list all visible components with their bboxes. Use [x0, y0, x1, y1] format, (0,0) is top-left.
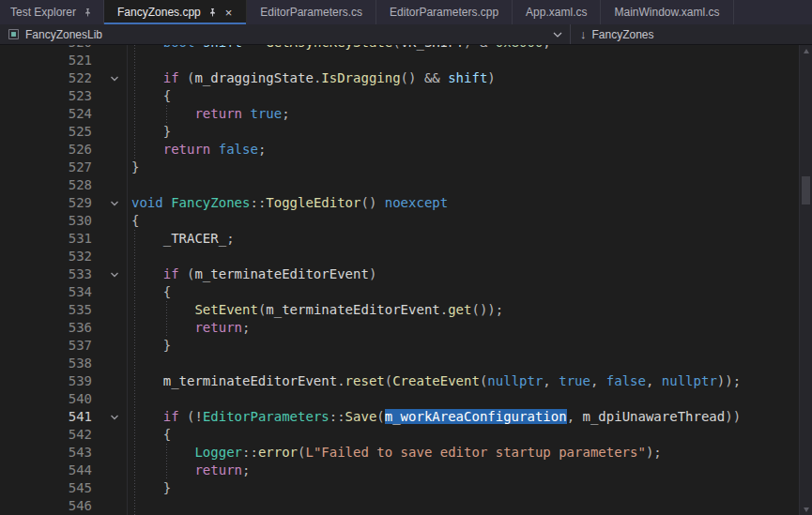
code-line-text[interactable] [127, 248, 812, 265]
token-v: VK_SHIFT [401, 45, 464, 50]
tab-editorparameters-cpp[interactable]: EditorParameters.cpp [376, 0, 513, 24]
fold-chevron-icon[interactable] [92, 194, 127, 212]
code-line-text[interactable]: { [127, 426, 812, 444]
fold-margin [92, 301, 127, 319]
fold-margin [92, 105, 127, 123]
token-pl: } [131, 480, 171, 495]
code-line-text[interactable]: return; [127, 319, 812, 337]
code-line-text[interactable]: } [127, 479, 812, 497]
code-line-text[interactable] [127, 52, 812, 69]
token-k: true [250, 106, 282, 121]
code-row: 539 m_terminateEditorEvent.reset(CreateE… [0, 372, 812, 390]
line-number: 544 [0, 462, 92, 479]
token-k: bool [163, 45, 195, 50]
code-line-text[interactable] [127, 355, 812, 372]
token-pl: ( [385, 373, 392, 388]
token-pl: ()); [471, 302, 503, 317]
fold-chevron-icon[interactable] [92, 408, 127, 426]
fold-margin [92, 176, 127, 194]
code-row: 522 if (m_draggingState.IsDragging() && … [0, 69, 812, 87]
tab-fancyzones-cpp[interactable]: FancyZones.cpp × [104, 0, 247, 24]
code-row: 546 [0, 497, 812, 515]
fold-margin [92, 462, 127, 479]
code-line-text[interactable]: if (m_terminateEditorEvent) [127, 265, 812, 283]
code-line-text[interactable]: } [127, 123, 812, 141]
code-line-text[interactable]: void FancyZones::ToggleEditor() noexcept [127, 194, 812, 212]
line-number: 526 [0, 141, 92, 159]
code-line-text[interactable]: _TRACER_; [127, 230, 812, 248]
line-number: 533 [0, 265, 92, 283]
code-line-text[interactable] [127, 497, 812, 515]
tab-test-explorer[interactable]: Test Explorer [0, 0, 104, 24]
token-c: return [194, 106, 242, 121]
token-pl [131, 106, 194, 121]
code-line-text[interactable] [127, 176, 812, 194]
code-line-text[interactable]: return; [127, 462, 812, 479]
scrollbar-thumb[interactable] [802, 176, 810, 204]
fold-margin [92, 52, 127, 69]
code-line-text[interactable]: { [127, 212, 812, 230]
token-k: nullptr [487, 373, 543, 388]
token-pl: )); [717, 373, 741, 388]
code-line-text[interactable]: if (m_draggingState.IsDragging() && shif… [127, 69, 812, 87]
scrollbar-down-arrow[interactable] [800, 504, 812, 515]
token-pl [194, 45, 202, 50]
code-line-text[interactable]: return true; [127, 105, 812, 123]
fold-chevron-icon[interactable] [92, 265, 127, 283]
tab-app-xaml-cs[interactable]: App.xaml.cs [513, 0, 601, 24]
project-dropdown[interactable]: FancyZonesLib [0, 24, 571, 44]
code-row: 540 [0, 390, 812, 408]
token-pl [131, 320, 194, 335]
token-pl: . [337, 373, 345, 388]
token-pl [131, 231, 163, 246]
selection-highlight: m_workAreaConfiguration [385, 409, 567, 424]
token-f: IsDragging [321, 70, 400, 85]
code-line-text[interactable]: m_terminateEditorEvent.reset(CreateEvent… [127, 372, 812, 390]
token-pl [131, 409, 163, 424]
line-number: 541 [0, 408, 92, 426]
line-number: 531 [0, 230, 92, 248]
token-pl: , [543, 373, 559, 388]
code-row: 527} [0, 159, 812, 176]
token-c: if [163, 70, 179, 85]
scope-dropdown-label: FancyZones [592, 28, 654, 41]
line-number: 532 [0, 248, 92, 265]
token-c: return [194, 320, 242, 335]
token-pl: , [646, 373, 662, 388]
token-k: false [219, 142, 258, 157]
token-c: if [163, 266, 179, 281]
code-line-text[interactable]: Logger::error(L"Failed to save editor st… [127, 444, 812, 462]
code-line-text[interactable]: { [127, 283, 812, 301]
vertical-scrollbar[interactable] [799, 45, 812, 515]
code-editor[interactable]: 520 bool shift = GetAsyncKeyState(VK_SHI… [0, 45, 812, 515]
code-line-text[interactable]: bool shift = GetAsyncKeyState(VK_SHIFT) … [127, 45, 812, 52]
token-c: if [163, 409, 179, 424]
code-line-text[interactable]: if (!EditorParameters::Save(m_workAreaCo… [127, 408, 812, 426]
tab-label: App.xaml.cs [526, 6, 587, 19]
code-line-text[interactable]: return false; [127, 141, 812, 159]
line-number: 537 [0, 337, 92, 355]
token-pl [131, 70, 163, 85]
fold-chevron-icon[interactable] [92, 69, 127, 87]
code-line-text[interactable]: { [127, 87, 812, 105]
token-pl: () [360, 195, 384, 210]
close-icon[interactable]: × [224, 7, 234, 19]
scope-dropdown[interactable]: ↓ FancyZones [571, 24, 664, 44]
token-pl: :: [242, 445, 258, 460]
scrollbar-up-arrow[interactable] [800, 45, 812, 56]
code-line-text[interactable]: } [127, 337, 812, 355]
code-row: 530{ [0, 212, 812, 230]
line-number: 522 [0, 69, 92, 87]
code-line-text[interactable] [127, 390, 812, 408]
pin-icon[interactable] [83, 8, 93, 18]
code-line-text[interactable]: } [127, 159, 812, 176]
tab-label: MainWindow.xaml.cs [614, 6, 719, 19]
pin-icon[interactable] [207, 8, 218, 18]
code-line-text[interactable]: SetEvent(m_terminateEditorEvent.get()); [127, 301, 812, 319]
tab-editorparameters-cs[interactable]: EditorParameters.cs [247, 0, 376, 24]
tab-mainwindow-xaml-cs[interactable]: MainWindow.xaml.cs [601, 0, 733, 24]
down-arrow-icon: ↓ [580, 28, 587, 40]
code-row: 528 [0, 176, 812, 194]
token-v: m_draggingState [194, 70, 313, 85]
token-p: shift [448, 70, 487, 85]
